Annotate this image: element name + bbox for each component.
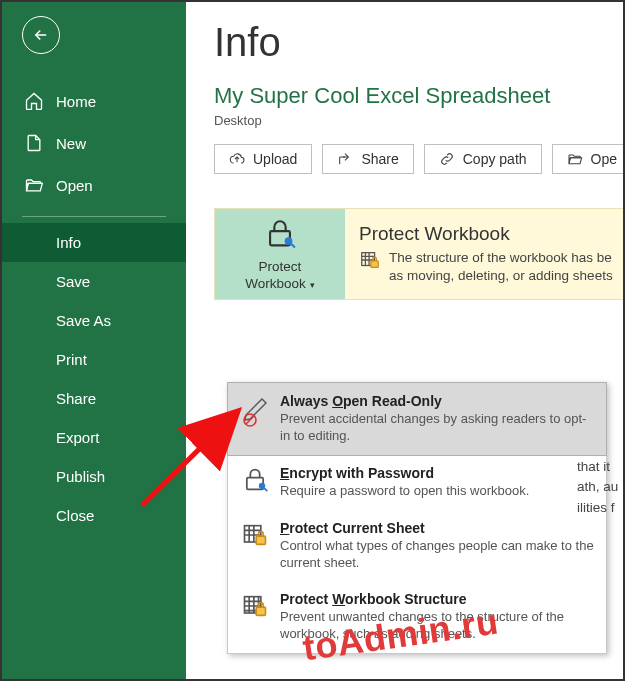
share-button[interactable]: Share bbox=[322, 144, 413, 174]
sidebar-item-label: Open bbox=[56, 177, 93, 194]
sidebar-separator bbox=[22, 216, 166, 217]
sidebar-item-print[interactable]: Print bbox=[2, 340, 186, 379]
new-file-icon bbox=[24, 133, 44, 153]
sidebar-item-label: Home bbox=[56, 93, 96, 110]
lock-key-icon bbox=[240, 465, 270, 495]
protect-workbook-panel: Protect Workbook ▾ Protect Workbook The … bbox=[214, 208, 623, 300]
sidebar-item-label: Print bbox=[56, 351, 87, 368]
backstage-sidebar: Home New Open Info Save Save As Print Sh… bbox=[2, 2, 186, 679]
page-title: Info bbox=[214, 20, 623, 65]
open-folder-icon bbox=[24, 175, 44, 195]
sidebar-item-label: Share bbox=[56, 390, 96, 407]
action-label: Copy path bbox=[463, 151, 527, 167]
lock-key-icon bbox=[263, 217, 297, 255]
dropdown-item-title: Encrypt with Password bbox=[280, 465, 594, 481]
clipped-paragraph: that it ath, au ilities f bbox=[577, 457, 618, 518]
action-label: Ope bbox=[591, 151, 617, 167]
sidebar-item-close[interactable]: Close bbox=[2, 496, 186, 535]
svg-rect-11 bbox=[256, 608, 265, 616]
sidebar-item-info[interactable]: Info bbox=[2, 223, 186, 262]
sidebar-item-save[interactable]: Save bbox=[2, 262, 186, 301]
action-label: Share bbox=[361, 151, 398, 167]
copy-path-button[interactable]: Copy path bbox=[424, 144, 542, 174]
sidebar-item-new[interactable]: New bbox=[2, 122, 186, 164]
dropdown-item-always-open-read-only[interactable]: Always Open Read-Only Prevent accidental… bbox=[227, 382, 607, 456]
sidebar-item-label: Close bbox=[56, 507, 94, 524]
dropdown-item-protect-current-sheet[interactable]: Protect Current Sheet Control what types… bbox=[228, 510, 606, 582]
protect-button-label: Protect Workbook ▾ bbox=[245, 259, 314, 293]
sheet-lock-icon bbox=[359, 249, 381, 275]
sidebar-item-label: Save As bbox=[56, 312, 111, 329]
sidebar-item-label: New bbox=[56, 135, 86, 152]
sidebar-item-label: Export bbox=[56, 429, 99, 446]
sidebar-item-home[interactable]: Home bbox=[2, 80, 186, 122]
back-arrow-icon bbox=[32, 26, 50, 44]
dropdown-item-encrypt-password[interactable]: Encrypt with Password Require a password… bbox=[228, 455, 606, 510]
link-icon bbox=[439, 151, 455, 167]
pencil-readonly-icon bbox=[240, 393, 270, 427]
protect-title: Protect Workbook bbox=[359, 223, 623, 245]
sidebar-item-label: Save bbox=[56, 273, 90, 290]
sidebar-item-open[interactable]: Open bbox=[2, 164, 186, 206]
dropdown-item-desc: Prevent unwanted changes to the structur… bbox=[280, 609, 594, 643]
dropdown-item-title: Protect Current Sheet bbox=[280, 520, 594, 536]
document-location: Desktop bbox=[214, 113, 623, 128]
svg-rect-3 bbox=[371, 261, 378, 267]
protect-workbook-button[interactable]: Protect Workbook ▾ bbox=[215, 209, 345, 299]
sidebar-item-share[interactable]: Share bbox=[2, 379, 186, 418]
dropdown-item-desc: Require a password to open this workbook… bbox=[280, 483, 594, 500]
dropdown-item-desc: Control what types of changes people can… bbox=[280, 538, 594, 572]
sidebar-item-label: Info bbox=[56, 234, 81, 251]
home-icon bbox=[24, 91, 44, 111]
sidebar-item-label: Publish bbox=[56, 468, 105, 485]
dropdown-item-protect-workbook-structure[interactable]: Protect Workbook Structure Prevent unwan… bbox=[228, 581, 606, 653]
svg-point-7 bbox=[260, 483, 265, 488]
upload-button[interactable]: Upload bbox=[214, 144, 312, 174]
dropdown-item-desc: Prevent accidental changes by asking rea… bbox=[280, 411, 594, 445]
folder-icon bbox=[567, 151, 583, 167]
sheet-lock-icon bbox=[240, 520, 270, 550]
back-button[interactable] bbox=[22, 16, 60, 54]
protect-workbook-dropdown: Always Open Read-Only Prevent accidental… bbox=[227, 382, 607, 654]
action-row: Upload Share Copy path Ope bbox=[214, 144, 623, 174]
sidebar-item-publish[interactable]: Publish bbox=[2, 457, 186, 496]
upload-icon bbox=[229, 151, 245, 167]
dropdown-item-title: Always Open Read-Only bbox=[280, 393, 594, 409]
svg-point-1 bbox=[286, 238, 292, 244]
document-title: My Super Cool Excel Spreadsheet bbox=[214, 83, 623, 109]
protect-description: The structure of the workbook has be as … bbox=[389, 249, 613, 285]
share-icon bbox=[337, 151, 353, 167]
workbook-lock-icon bbox=[240, 591, 270, 621]
open-location-button[interactable]: Ope bbox=[552, 144, 623, 174]
sidebar-item-export[interactable]: Export bbox=[2, 418, 186, 457]
svg-rect-9 bbox=[256, 536, 265, 544]
action-label: Upload bbox=[253, 151, 297, 167]
dropdown-item-title: Protect Workbook Structure bbox=[280, 591, 594, 607]
sidebar-item-save-as[interactable]: Save As bbox=[2, 301, 186, 340]
